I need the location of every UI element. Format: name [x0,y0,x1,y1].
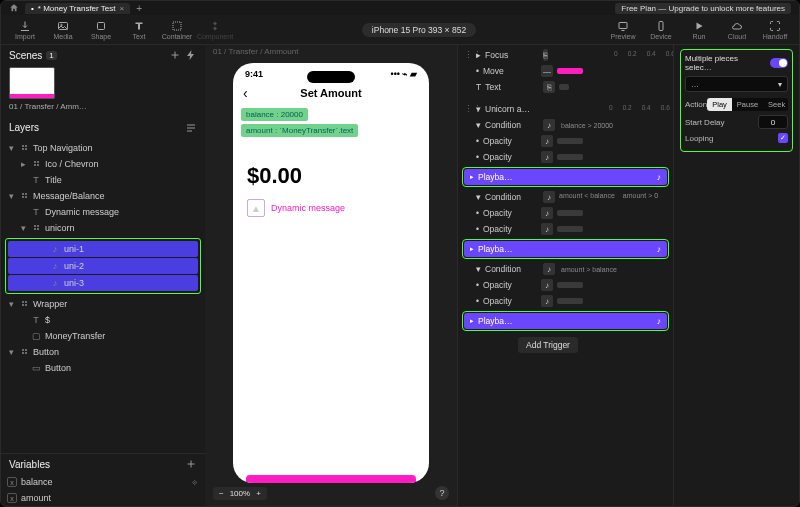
tl-op3b[interactable]: •Opacity♪ [462,293,669,309]
tl-cond3[interactable]: ▾Condition♪amount > balance [462,261,669,277]
chip-amount[interactable]: amount : `MoneyTransfer`.text [241,124,358,137]
tl-playback1-hl: ▸Playba…♪ [462,167,669,187]
import-tool[interactable]: Import [7,20,43,40]
run-tool[interactable]: Run [681,20,717,40]
svg-rect-5 [659,21,663,30]
selection-highlight: ♪uni-1 ♪uni-2 ♪uni-3 [5,238,201,294]
tl-op2b[interactable]: •Opacity♪ [462,221,669,237]
zoom-control[interactable]: −100%+ [213,487,267,500]
inspector-highlight: Multiple pieces selec… …▾ Action Play Pa… [680,49,793,152]
text-tool[interactable]: Text [121,20,157,40]
variable-amount[interactable]: xamount [1,490,205,506]
preview-tool[interactable]: Preview [605,20,641,40]
tl-unicorn[interactable]: ⋮⋮▾Unicorn a…00.20.40.60.81.0 [462,101,669,117]
add-variable-icon[interactable] [185,458,197,470]
tl-cond1[interactable]: ▾Condition♪balance > 20000 [462,117,669,133]
layer-title[interactable]: TTitle [1,172,205,188]
layer-tree[interactable]: ▾Top Navigation ▸Ico / Chevron TTitle ▾M… [1,138,205,453]
tl-op1a[interactable]: •Opacity♪ [462,133,669,149]
component-tool: Component [197,20,233,40]
amount-display: $0.00 [247,163,429,189]
tl-playback3[interactable]: ▸Playba…♪ [464,313,667,329]
shape-tool[interactable]: Shape [83,20,119,40]
start-delay-label: Start Delay [685,118,725,127]
layer-uni-1[interactable]: ♪uni-1 [8,241,198,257]
action-label: Action [685,100,707,109]
layer-money-transfer[interactable]: ▢MoneyTransfer [1,328,205,344]
tl-playback1[interactable]: ▸Playba…♪ [464,169,667,185]
bolt-icon[interactable] [185,49,197,61]
titlebar: • * Money Transfer Test × + Free Plan — … [1,1,799,15]
new-tab-button[interactable]: + [136,3,142,14]
timeline-panel: ⋮⋮▸Focus⎘00.20.40.60.81.0 •Move— TText⎘ … [457,45,673,506]
home-icon[interactable] [9,3,19,13]
tl-text[interactable]: TText⎘ [462,79,669,95]
close-icon[interactable]: × [119,4,124,13]
layer-uni-2[interactable]: ♪uni-2 [8,258,198,274]
target-dropdown[interactable]: …▾ [685,76,788,92]
add-scene-icon[interactable] [169,49,181,61]
inspector-title: Multiple pieces selec… [685,54,766,72]
inspector-panel: Multiple pieces selec… …▾ Action Play Pa… [673,45,799,506]
tl-focus[interactable]: ⋮⋮▸Focus⎘00.20.40.60.81.0 [462,47,669,63]
file-tab[interactable]: • * Money Transfer Test × [25,3,130,14]
enable-toggle[interactable] [770,58,788,68]
handoff-tool[interactable]: Handoff [757,20,793,40]
layers-settings-icon[interactable] [185,122,197,134]
help-button[interactable]: ? [435,486,449,500]
chip-balance[interactable]: balance : 20000 [241,108,308,121]
scene-thumbnail[interactable] [9,67,55,99]
scene-label: 01 / Transfer / Amm… [1,101,205,118]
action-segment[interactable]: Play Pause Seek [707,98,788,111]
lottie-icon: ▲ [247,199,265,217]
layer-message-balance[interactable]: ▾Message/Balance [1,188,205,204]
start-delay-input[interactable]: 0 [758,115,788,129]
layer-dollar[interactable]: T$ [1,312,205,328]
layer-ico-chevron[interactable]: ▸Ico / Chevron [1,156,205,172]
tab-title: * Money Transfer Test [38,4,116,13]
seg-play[interactable]: Play [707,98,732,111]
seg-seek[interactable]: Seek [763,98,788,111]
layer-wrapper[interactable]: ▾Wrapper [1,296,205,312]
main: Scenes1 01 / Transfer / Amm… Layers ▾Top… [1,45,799,506]
tl-op2a[interactable]: •Opacity♪ [462,205,669,221]
svg-rect-2 [98,22,105,29]
toolbar: Import Media Shape Text Container Compon… [1,15,799,45]
layers-header: Layers [1,118,205,138]
tl-op3a[interactable]: •Opacity♪ [462,277,669,293]
media-tool[interactable]: Media [45,20,81,40]
back-chevron-icon[interactable]: ‹ [243,85,248,101]
breadcrumb: 01 / Transfer / Ammount [213,47,298,56]
looping-checkbox[interactable]: ✓ [778,133,788,143]
tl-move[interactable]: •Move— [462,63,669,79]
scenes-header: Scenes1 [1,45,205,65]
device-frame[interactable]: 9:41 ••• ⌁ ▰ ‹ Set Amount balance : 2000… [233,63,429,483]
device-selector[interactable]: iPhone 15 Pro 393 × 852 [362,23,476,37]
layer-top-navigation[interactable]: ▾Top Navigation [1,140,205,156]
container-tool[interactable]: Container [159,20,195,40]
tl-playback3-hl: ▸Playba…♪ [462,311,669,331]
variable-balance[interactable]: xbalance⟐ [1,474,205,490]
bottom-bar [246,475,416,483]
chevron-down-icon: ▾ [778,80,782,89]
tl-op1b[interactable]: •Opacity♪ [462,149,669,165]
tl-playback2-hl: ▸Playba…♪ [462,239,669,259]
device-tool[interactable]: Device [643,20,679,40]
svg-rect-3 [173,22,181,30]
add-trigger-button[interactable]: Add Trigger [518,337,578,353]
left-panel: Scenes1 01 / Transfer / Amm… Layers ▾Top… [1,45,205,506]
tl-cond2[interactable]: ▾Condition♪amount < balanceamount > 0 [462,189,669,205]
phone-header: ‹ Set Amount [233,81,429,105]
status-icons: ••• ⌁ ▰ [391,69,417,79]
layer-button-group[interactable]: ▾Button [1,344,205,360]
tl-playback2[interactable]: ▸Playba…♪ [464,241,667,257]
layer-dynamic-message[interactable]: TDynamic message [1,204,205,220]
upgrade-banner[interactable]: Free Plan — Upgrade to unlock more featu… [615,3,791,14]
seg-pause[interactable]: Pause [732,98,763,111]
layer-button[interactable]: ▭Button [1,360,205,376]
layer-unicorn[interactable]: ▾unicorn [1,220,205,236]
cloud-tool[interactable]: Cloud [719,20,755,40]
canvas[interactable]: 01 / Transfer / Ammount 9:41 ••• ⌁ ▰ ‹ S… [205,45,457,506]
dynamic-message-node[interactable]: ▲ Dynamic message [247,199,429,217]
layer-uni-3[interactable]: ♪uni-3 [8,275,198,291]
